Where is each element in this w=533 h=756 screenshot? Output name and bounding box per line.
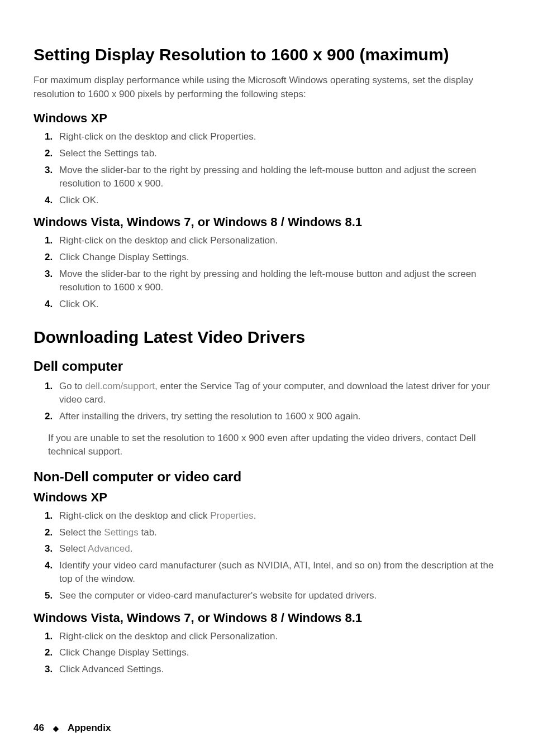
- list-item: 4.Click OK.: [48, 298, 499, 312]
- step-text: Select the Settings tab.: [59, 148, 157, 159]
- page-number: 46: [34, 722, 44, 734]
- heading-non-dell: Non-Dell computer or video card: [34, 469, 499, 485]
- step-text-post: .: [130, 543, 133, 554]
- footer-section-name: Appendix: [68, 722, 111, 734]
- step-text-pre: Select: [59, 543, 88, 554]
- step-text: Right-click on the desktop and click Pro…: [59, 131, 256, 142]
- properties-text: Properties: [210, 510, 253, 521]
- step-text: Click OK.: [59, 299, 99, 309]
- step-text-post: .: [254, 510, 256, 521]
- step-text: Identify your video card manufacturer (s…: [59, 560, 493, 585]
- list-item: 4.Click OK.: [48, 194, 499, 208]
- section-title-1: Setting Display Resolution to 1600 x 900…: [34, 45, 499, 65]
- list-item: 4.Identify your video card manufacturer …: [48, 559, 499, 586]
- list-item: 1.Right-click on the desktop and click P…: [48, 630, 499, 644]
- list-item: 2.Select the Settings tab.: [48, 147, 499, 161]
- step-text: Click OK.: [59, 195, 99, 205]
- list-item: 1.Right-click on the desktop and click P…: [48, 130, 499, 144]
- list-item: 1.Go to dell.com/support, enter the Serv…: [48, 380, 499, 407]
- step-text: After installing the drivers, try settin…: [59, 411, 361, 422]
- step-text: See the computer or video-card manufactu…: [59, 590, 377, 601]
- step-text: Right-click on the desktop and click Per…: [59, 235, 278, 246]
- list-item: 2.Click Change Display Settings.: [48, 646, 499, 660]
- list-vista-2: 1.Right-click on the desktop and click P…: [34, 630, 499, 677]
- advanced-text: Advanced: [88, 543, 130, 554]
- list-item: 3.Move the slider-bar to the right by pr…: [48, 267, 499, 295]
- list-vista-1: 1.Right-click on the desktop and click P…: [34, 234, 499, 311]
- step-text-post: tab.: [139, 527, 157, 538]
- dell-note: If you are unable to set the resolution …: [34, 432, 499, 459]
- list-item: 2.Click Change Display Settings.: [48, 251, 499, 265]
- support-link[interactable]: dell.com/support: [85, 381, 155, 391]
- intro-paragraph: For maximum display performance while us…: [34, 74, 499, 101]
- list-xp-1: 1.Right-click on the desktop and click P…: [34, 130, 499, 207]
- settings-text: Settings: [104, 527, 138, 538]
- list-item: 2.Select the Settings tab.: [48, 526, 499, 540]
- list-item: 1.Right-click on the desktop and click P…: [48, 234, 499, 248]
- page-footer: 46 ◆ Appendix: [34, 722, 111, 734]
- list-item: 3.Select Advanced.: [48, 542, 499, 556]
- step-text: Click Change Display Settings.: [59, 647, 189, 658]
- list-item: 1.Right-click on the desktop and click P…: [48, 509, 499, 523]
- step-text: Move the slider-bar to the right by pres…: [59, 165, 477, 189]
- heading-windows-vista-2: Windows Vista, Windows 7, or Windows 8 /…: [34, 611, 499, 625]
- step-text: Click Advanced Settings.: [59, 664, 164, 674]
- list-xp-2: 1.Right-click on the desktop and click P…: [34, 509, 499, 603]
- heading-windows-vista-1: Windows Vista, Windows 7, or Windows 8 /…: [34, 215, 499, 229]
- heading-dell-computer: Dell computer: [34, 358, 499, 374]
- heading-windows-xp-1: Windows XP: [34, 111, 499, 126]
- step-text: Move the slider-bar to the right by pres…: [59, 269, 477, 293]
- heading-windows-xp-2: Windows XP: [34, 490, 499, 505]
- step-text-pre: Right-click on the desktop and click: [59, 510, 210, 521]
- list-item: 2.After installing the drivers, try sett…: [48, 410, 499, 424]
- list-item: 5.See the computer or video-card manufac…: [48, 589, 499, 603]
- step-text-pre: Go to: [59, 381, 85, 391]
- step-text-pre: Select the: [59, 527, 104, 538]
- step-text: Right-click on the desktop and click Per…: [59, 631, 278, 642]
- section-title-2: Downloading Latest Video Drivers: [34, 327, 499, 347]
- step-text: Click Change Display Settings.: [59, 252, 189, 262]
- list-dell: 1.Go to dell.com/support, enter the Serv…: [34, 380, 499, 424]
- list-item: 3.Click Advanced Settings.: [48, 663, 499, 677]
- diamond-icon: ◆: [53, 724, 59, 733]
- list-item: 3.Move the slider-bar to the right by pr…: [48, 164, 499, 191]
